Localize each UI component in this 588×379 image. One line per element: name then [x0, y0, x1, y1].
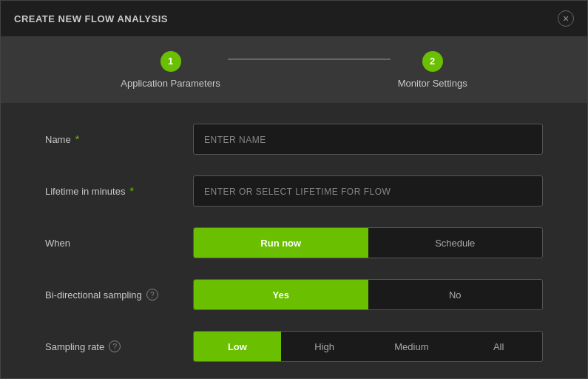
lifetime-label: Lifetime in minutes *: [45, 185, 193, 197]
when-row: When Run now Schedule: [45, 227, 543, 258]
close-button[interactable]: ×: [558, 10, 574, 27]
bi-no-button[interactable]: No: [368, 280, 543, 309]
name-row: Name *: [45, 124, 543, 155]
step-2-circle: 2: [422, 51, 443, 72]
lifetime-row: Lifetime in minutes *: [45, 175, 543, 207]
name-input[interactable]: [193, 124, 543, 155]
sampling-medium-button[interactable]: Medium: [368, 332, 456, 361]
when-toggle-group: Run now Schedule: [193, 227, 543, 258]
steps-bar: 1 Application Parameters 2 Monitor Setti…: [1, 36, 587, 103]
lifetime-input[interactable]: [193, 175, 543, 207]
when-label: When: [45, 238, 193, 249]
bi-yes-button[interactable]: Yes: [194, 280, 368, 309]
step-2-label: Monitor Settings: [398, 78, 467, 89]
name-label: Name *: [45, 133, 193, 145]
dialog-header: CREATE NEW FLOW ANALYSIS ×: [1, 1, 587, 36]
sampling-all-button[interactable]: All: [455, 332, 542, 361]
sampling-rate-help-icon[interactable]: ?: [109, 341, 121, 352]
step-connector: [228, 58, 391, 60]
lifetime-required: *: [129, 185, 133, 197]
step-1: 1 Application Parameters: [121, 51, 220, 89]
sampling-low-button[interactable]: Low: [194, 332, 281, 361]
when-run-now-button[interactable]: Run now: [194, 228, 368, 258]
create-flow-dialog: CREATE NEW FLOW ANALYSIS × 1 Application…: [0, 0, 588, 379]
step-1-label: Application Parameters: [121, 78, 220, 89]
bi-sampling-help-icon[interactable]: ?: [146, 289, 158, 301]
bi-sampling-toggle-group: Yes No: [193, 279, 543, 310]
sampling-rate-toggle-group: Low High Medium All: [193, 331, 543, 362]
sampling-high-button[interactable]: High: [281, 332, 368, 361]
step-2: 2 Monitor Settings: [398, 51, 467, 89]
sampling-rate-label: Sampling rate ?: [45, 341, 193, 352]
dialog-body: Name * Lifetime in minutes * When Run no…: [1, 103, 587, 379]
step-1-circle: 1: [160, 51, 181, 72]
bi-sampling-row: Bi-directional sampling ? Yes No: [45, 279, 543, 310]
sampling-rate-row: Sampling rate ? Low High Medium All: [45, 331, 543, 362]
name-required: *: [75, 133, 79, 145]
dialog-title: CREATE NEW FLOW ANALYSIS: [14, 13, 168, 24]
bi-sampling-label: Bi-directional sampling ?: [45, 289, 193, 301]
when-schedule-button[interactable]: Schedule: [368, 228, 543, 258]
